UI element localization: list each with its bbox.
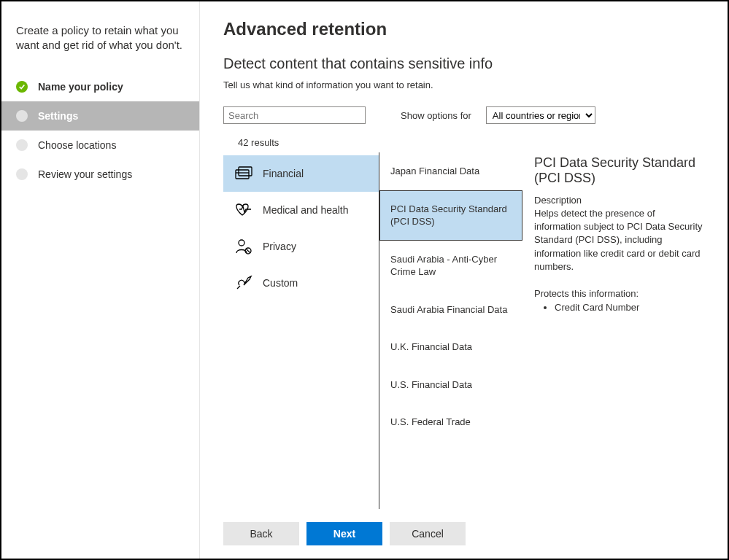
detail-description-label: Description: [534, 195, 704, 206]
wizard-sidebar: Create a policy to retain what you want …: [1, 1, 200, 559]
list-item[interactable]: U.S. Federal Trade: [379, 403, 522, 441]
list-item[interactable]: PCI Data Security Standard (PCI DSS): [379, 190, 522, 241]
card-icon: [235, 166, 252, 182]
category-privacy[interactable]: Privacy: [223, 228, 379, 265]
custom-icon: [235, 275, 252, 291]
category-label: Medical and health: [263, 204, 349, 216]
detail-title: PCI Data Security Standard (PCI DSS): [534, 155, 704, 186]
step-choose-locations[interactable]: Choose locations: [1, 131, 199, 160]
back-button[interactable]: Back: [223, 522, 299, 545]
step-settings[interactable]: Settings: [1, 101, 199, 131]
category-financial[interactable]: Financial: [223, 155, 379, 192]
step-review-your-settings[interactable]: Review your settings: [1, 160, 199, 189]
next-button[interactable]: Next: [306, 522, 382, 545]
filter-row: Show options for All countries or region…: [223, 106, 704, 124]
category-label: Privacy: [263, 241, 296, 252]
search-input[interactable]: [223, 106, 366, 124]
main-panel: Advanced retention Detect content that c…: [200, 1, 728, 559]
section-title: Detect content that contains sensitive i…: [223, 55, 704, 72]
filter-label: Show options for: [401, 110, 471, 121]
list-item[interactable]: U.K. Financial Data: [379, 328, 522, 366]
detail-protects-item: Credit Card Number: [555, 302, 704, 313]
cancel-button[interactable]: Cancel: [390, 522, 466, 545]
category-label: Financial: [263, 168, 304, 179]
results-count: 42 results: [238, 137, 704, 148]
detail-protects-label: Protects this information:: [534, 288, 704, 299]
section-hint: Tell us what kind of information you wan…: [223, 79, 704, 90]
detail-protects-list: Credit Card Number: [555, 302, 704, 313]
page-title: Advanced retention: [223, 19, 704, 39]
step-label: Review your settings: [38, 168, 132, 180]
svg-rect-0: [236, 170, 249, 179]
list-item[interactable]: Saudi Arabia Financial Data: [379, 291, 522, 329]
category-column: Financial Medical and health Privacy: [223, 152, 379, 509]
step-label: Choose locations: [38, 139, 116, 151]
circle-icon: [16, 168, 28, 180]
step-name-your-policy[interactable]: Name your policy: [1, 72, 199, 101]
list-item[interactable]: Japan Financial Data: [379, 152, 522, 190]
detail-description: Helps detect the presence of information…: [534, 207, 704, 273]
circle-icon: [16, 110, 28, 122]
category-custom[interactable]: Custom: [223, 265, 379, 301]
category-label: Custom: [263, 277, 298, 289]
step-label: Name your policy: [38, 81, 123, 93]
detail-panel: PCI Data Security Standard (PCI DSS) Des…: [522, 152, 704, 509]
results-browser: Financial Medical and health Privacy: [223, 152, 704, 509]
health-icon: [235, 202, 252, 218]
step-label: Settings: [38, 110, 78, 122]
check-icon: [16, 81, 28, 93]
region-select[interactable]: All countries or regions: [486, 106, 595, 124]
template-list[interactable]: Japan Financial Data PCI Data Security S…: [379, 152, 522, 509]
sidebar-intro: Create a policy to retain what you want …: [1, 23, 199, 72]
privacy-icon: [235, 238, 252, 254]
category-medical[interactable]: Medical and health: [223, 192, 379, 228]
wizard-footer: Back Next Cancel: [200, 509, 728, 559]
list-item[interactable]: Saudi Arabia - Anti-Cyber Crime Law: [379, 241, 522, 291]
svg-point-3: [239, 240, 244, 246]
circle-icon: [16, 139, 28, 151]
list-item[interactable]: U.S. Financial Data: [379, 366, 522, 404]
svg-rect-1: [239, 167, 252, 176]
